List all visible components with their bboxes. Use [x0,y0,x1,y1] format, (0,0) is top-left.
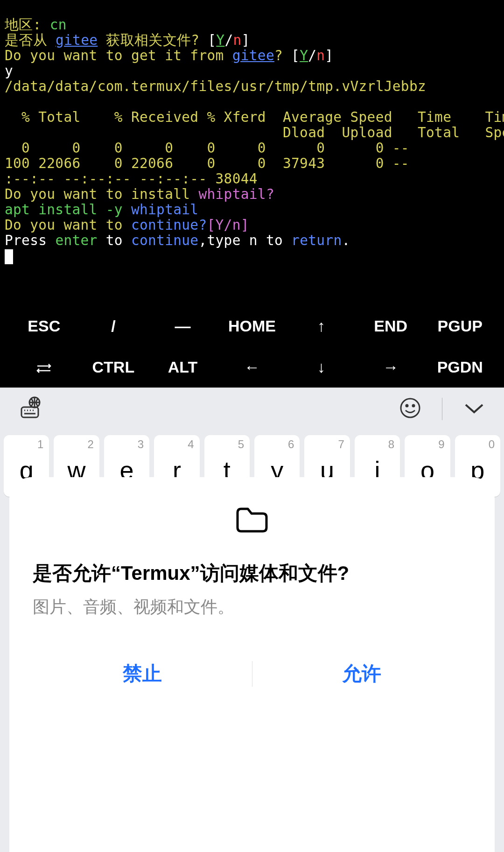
term-text: Y [300,48,308,63]
permission-dialog: 是否允许“Termux”访问媒体和文件? 图片、音频、视频和文件。 禁止 允许 [9,477,495,852]
key-left[interactable]: ← [217,358,287,376]
term-text: ] [242,32,250,48]
term-text: to [98,232,131,248]
svg-rect-1 [21,407,38,417]
key-digit: 9 [438,438,444,451]
folder-icon [33,505,471,537]
term-text: Press [5,232,55,248]
extra-row-2: CTRL ALT ← ↓ → PGDN [0,346,504,387]
term-text: n [316,48,325,63]
term-text: continue [131,232,198,248]
term-text: ? [274,48,283,63]
ime-toolbar [0,387,504,430]
key-home[interactable]: HOME [217,317,287,335]
term-text: ,type [198,232,249,248]
term-text: apt install -y [5,202,131,218]
term-text: Do you want to install [5,186,198,202]
term-text: y [5,63,13,79]
term-text: /data/data/com.termux/files/usr/tmp/tmp.… [5,78,426,94]
termux-extra-keys: ESC / — HOME ↑ END PGUP CTRL ALT ← ↓ → P… [0,305,504,387]
key-digit: 7 [338,438,344,451]
key-slash[interactable]: / [79,317,148,335]
svg-point-3 [406,405,408,407]
term-text: n [249,232,258,248]
key-digit: 6 [288,438,294,451]
term-text: cn [50,17,67,33]
key-digit: 4 [188,438,194,451]
key-right[interactable]: → [356,358,426,376]
allow-button[interactable]: 允许 [252,661,472,687]
key-end[interactable]: END [356,317,426,335]
terminal-output[interactable]: 地区: cn 是否从 gitee 获取相关文件? [Y/n] Do you wa… [0,0,504,305]
key-esc[interactable]: ESC [9,317,79,335]
key-digit: 1 [37,438,43,451]
key-swap[interactable] [9,358,79,376]
term-text: whiptail [131,202,198,218]
key-digit: 5 [238,438,244,451]
key-digit: 8 [388,438,394,451]
term-text: n [233,32,241,48]
key-pgup[interactable]: PGUP [425,317,495,335]
term-text: / [224,32,233,48]
key-up[interactable]: ↑ [287,317,356,335]
term-text: ] [325,48,333,63]
term-text: return [291,232,342,248]
term-text: whiptail? [198,186,274,202]
svg-point-4 [413,405,414,407]
term-text: to [258,232,291,248]
term-text: 地区: [5,17,50,33]
key-alt[interactable]: ALT [148,358,217,376]
term-link: gitee [232,48,274,63]
term-text: 是否从 [5,32,56,48]
cursor [5,249,13,264]
deny-button[interactable]: 禁止 [33,661,252,687]
term-text: 100 22066 0 22066 0 0 37943 0 -- [5,155,409,171]
term-text: % Total % Received % Xferd Average Speed… [5,109,504,125]
term-text: Dload Upload Total Spent Left Speed [5,125,504,141]
term-text: [Y/n] [207,217,249,233]
key-down[interactable]: ↓ [287,358,356,376]
divider [442,398,442,420]
swap-icon [35,362,53,375]
term-text: 0 0 0 0 0 0 0 0 -- [5,140,409,156]
svg-point-2 [401,399,420,417]
term-text: / [308,48,316,63]
emoji-icon[interactable] [399,397,421,421]
term-text: continue? [131,217,207,233]
term-link: gitee [56,32,98,48]
key-dash[interactable]: — [148,317,217,335]
term-text: 获取相关文件? [98,32,199,48]
permission-dialog-backdrop: 是否允许“Termux”访问媒体和文件? 图片、音频、视频和文件。 禁止 允许 [9,477,495,852]
term-text: . [342,232,350,248]
key-pgdn[interactable]: PGDN [425,358,495,376]
term-text: :--:-- --:--:-- --:--:-- 38044 [5,171,258,187]
key-ctrl[interactable]: CTRL [79,358,148,376]
key-digit: 2 [87,438,93,451]
term-text: Do you want to [5,217,131,233]
term-text: Y [216,32,224,48]
term-text: [ [199,32,216,48]
dialog-title: 是否允许“Termux”访问媒体和文件? [33,560,471,586]
dialog-buttons: 禁止 允许 [33,656,471,687]
key-digit: 0 [489,438,495,451]
key-digit: 3 [138,438,144,451]
term-text: [ [283,48,300,63]
extra-row-1: ESC / — HOME ↑ END PGUP [0,305,504,346]
collapse-keyboard-icon[interactable] [463,401,485,416]
dialog-subtitle: 图片、音频、视频和文件。 [33,596,471,619]
term-text: enter [55,232,97,248]
ime-globe-keyboard-icon[interactable] [19,396,43,422]
term-text: Do you want to get it from [5,48,232,63]
